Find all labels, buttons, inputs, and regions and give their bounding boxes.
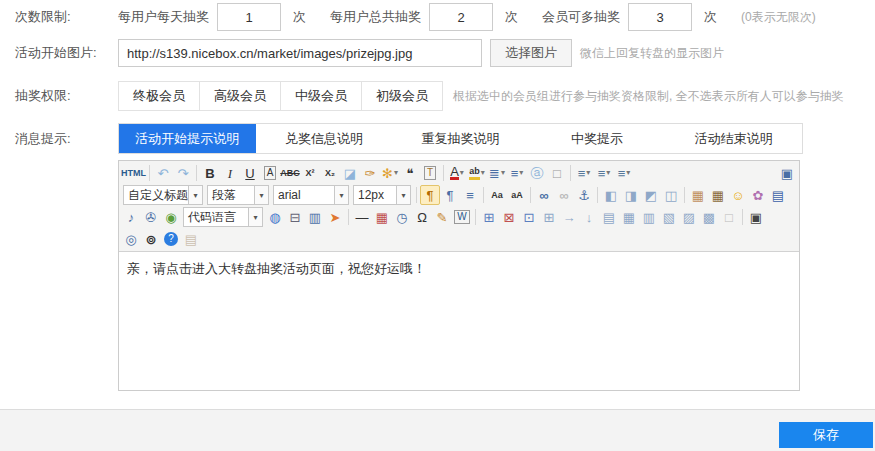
toolbar-separator (570, 165, 571, 181)
split-cells-icon[interactable]: ▤ (599, 207, 619, 227)
limit-input-2[interactable] (429, 3, 493, 31)
chevron-down-icon: ▾ (188, 186, 202, 204)
insert-code-icon[interactable]: ◍ (265, 207, 285, 227)
anchor-icon[interactable]: ⚓ (574, 185, 594, 205)
preview-icon[interactable]: ◎ (121, 229, 141, 249)
word-import-icon[interactable]: W (452, 207, 472, 227)
image-align-center-icon[interactable]: ◨ (621, 185, 641, 205)
code-language-select[interactable]: 代码语言▾ (183, 207, 263, 227)
text-direction-ltr-icon[interactable]: ¶ (420, 185, 440, 205)
signature-icon[interactable]: ✎ (432, 207, 452, 227)
calendar-icon[interactable]: ▦ (372, 207, 392, 227)
ordered-list-icon[interactable]: ≣▾ (487, 163, 507, 183)
unlink-icon[interactable]: ∞ (554, 185, 574, 205)
underline-icon[interactable]: U (240, 163, 260, 183)
undo-icon[interactable]: ↶ (153, 163, 173, 183)
table-style-icon[interactable]: ▩ (699, 207, 719, 227)
palette-icon[interactable]: ✿ (748, 185, 768, 205)
save-button[interactable]: 保存 (779, 422, 873, 448)
toolbar-row-2: 自定义标题▾段落▾arial▾12px▾¶¶≡AaaA∞∞⚓◧◨◩◫▦▦☺✿▤ (121, 184, 797, 206)
choose-image-button[interactable]: 选择图片 (490, 39, 572, 67)
redo-icon[interactable]: ↷ (173, 163, 193, 183)
tab-5[interactable]: 活动结束说明 (665, 124, 802, 153)
paste-as-text-icon[interactable]: T (420, 163, 440, 183)
insert-column-icon[interactable]: ▥ (639, 207, 659, 227)
font-family-select[interactable]: arial▾ (273, 185, 349, 205)
emoticon-icon[interactable]: ☺ (728, 185, 748, 205)
paragraph-select[interactable]: 段落▾ (207, 185, 269, 205)
table-props-icon[interactable]: ⊡ (519, 207, 539, 227)
member-option-4[interactable]: 初级会员 (361, 81, 443, 111)
html-source-icon[interactable]: HTML (121, 163, 146, 183)
horizontal-rule-icon[interactable]: — (352, 207, 372, 227)
format-brush-icon[interactable]: ✑ (360, 163, 380, 183)
insert-music-icon[interactable]: ♪ (121, 207, 141, 227)
insert-iframe-icon[interactable]: ▥ (305, 207, 325, 227)
editor-content[interactable]: 亲，请点击进入大转盘抽奖活动页面，祝您好运哦！ (119, 252, 799, 390)
indent-icon[interactable]: ≡ (460, 185, 480, 205)
limit-group: 每用户总共抽奖次 (330, 3, 518, 31)
fullscreen-icon[interactable]: ▣ (777, 163, 797, 183)
chevron-down-icon: ▾ (481, 169, 485, 177)
baidu-map-icon[interactable]: ➤ (325, 207, 345, 227)
member-option-2[interactable]: 高级会员 (199, 81, 281, 111)
member-option-3[interactable]: 中级会员 (280, 81, 362, 111)
insert-table-icon[interactable]: ⊞ (479, 207, 499, 227)
blockquote-icon[interactable]: ❝ (400, 163, 420, 183)
superscript-icon[interactable]: X² (300, 163, 320, 183)
merge-cell-down-icon[interactable]: ↓ (579, 207, 599, 227)
upload-image-icon[interactable]: ▦ (708, 185, 728, 205)
find-replace-icon[interactable]: ⊚ (141, 229, 161, 249)
help-icon[interactable]: ? (161, 229, 181, 249)
insert-flash-icon[interactable]: ◉ (161, 207, 181, 227)
unordered-list-icon[interactable]: ≡▾ (507, 163, 527, 183)
strikethrough-icon[interactable]: ABC (280, 163, 300, 183)
paste-icon[interactable]: ▤ (181, 229, 201, 249)
delete-column-icon[interactable]: ▨ (679, 207, 699, 227)
subscript-icon[interactable]: X₂ (320, 163, 340, 183)
attachment-icon[interactable]: ✇ (141, 207, 161, 227)
anchor-ref-icon[interactable]: ⓐ (527, 163, 547, 183)
quick-format-icon[interactable]: ✻▾ (380, 163, 400, 183)
insert-link-icon[interactable]: ∞ (534, 185, 554, 205)
tab-1[interactable]: 活动开始提示说明 (119, 124, 256, 153)
clock-icon[interactable]: ◷ (392, 207, 412, 227)
font-size-select[interactable]: 12px▾ (353, 185, 411, 205)
clear-document-icon[interactable]: □ (719, 207, 739, 227)
lowercase-icon[interactable]: aA (507, 185, 527, 205)
eraser-icon[interactable]: ◪ (340, 163, 360, 183)
insert-media-icon[interactable]: ▤ (768, 185, 788, 205)
line-height-icon[interactable]: ≡▾ (614, 163, 634, 183)
limit-input-3[interactable] (628, 3, 692, 31)
custom-title-select[interactable]: 自定义标题▾ (123, 185, 203, 205)
insert-row-icon[interactable]: ▦ (619, 207, 639, 227)
highlight-color-icon[interactable]: ab▾ (467, 163, 487, 183)
print-icon[interactable]: ▣ (746, 207, 766, 227)
member-option-1[interactable]: 终极会员 (118, 81, 200, 111)
align-icon[interactable]: ≡▾ (594, 163, 614, 183)
italic-icon[interactable]: I (220, 163, 240, 183)
delete-row-icon[interactable]: ▧ (659, 207, 679, 227)
text-direction-rtl-icon[interactable]: ¶ (440, 185, 460, 205)
tab-2[interactable]: 兑奖信息说明 (256, 124, 393, 153)
boxed-text-icon[interactable]: A (260, 163, 280, 183)
tab-3[interactable]: 重复抽奖说明 (392, 124, 529, 153)
special-char-icon[interactable]: Ω (412, 207, 432, 227)
message-tabs: 活动开始提示说明兑奖信息说明重复抽奖说明中奖提示活动结束说明 (118, 123, 803, 154)
bold-icon[interactable]: B (200, 163, 220, 183)
image-align-left-icon[interactable]: ◧ (601, 185, 621, 205)
font-color-icon[interactable]: A▾ (447, 163, 467, 183)
merge-cell-right-icon[interactable]: → (559, 207, 579, 227)
image-align-right-icon[interactable]: ◩ (641, 185, 661, 205)
limit-input-1[interactable] (217, 3, 281, 31)
align-indent-icon[interactable]: ≡▾ (574, 163, 594, 183)
image-url-input[interactable] (118, 39, 482, 67)
uppercase-icon[interactable]: Aa (487, 185, 507, 205)
image-align-block-icon[interactable]: ◫ (661, 185, 681, 205)
page-break-icon[interactable]: ⊟ (285, 207, 305, 227)
new-page-icon[interactable]: □ (547, 163, 567, 183)
insert-image-icon[interactable]: ▦ (688, 185, 708, 205)
delete-table-icon[interactable]: ⊠ (499, 207, 519, 227)
cell-props-icon[interactable]: ⊞ (539, 207, 559, 227)
tab-4[interactable]: 中奖提示 (529, 124, 666, 153)
